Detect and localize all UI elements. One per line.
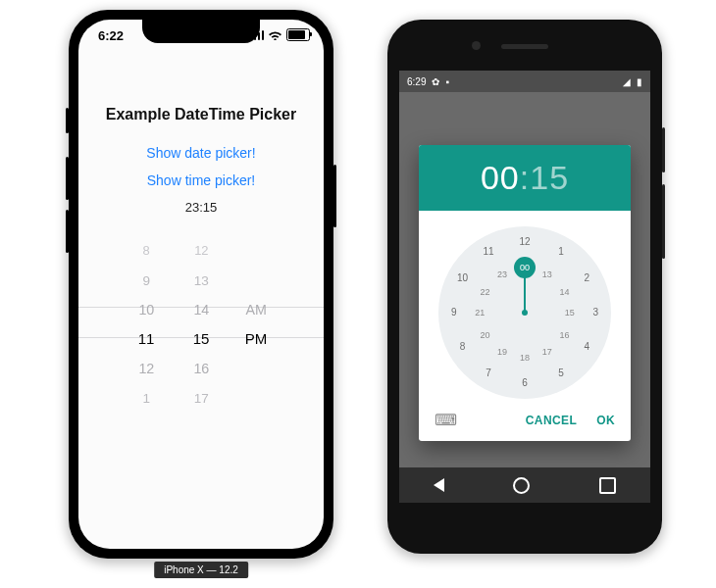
clock-tick[interactable]: 6 (516, 374, 534, 392)
volume-down-button (66, 210, 69, 253)
minute-option[interactable]: 12 (194, 238, 208, 264)
clock-tick[interactable]: 5 (552, 365, 570, 382)
clock-tick[interactable]: 10 (454, 270, 472, 287)
hour-option[interactable]: 10 (138, 296, 154, 324)
iphone-frame: 6:22 Example DateTime Picker Show date p… (69, 10, 333, 559)
clock-tick[interactable]: 9 (445, 304, 463, 321)
ios-time-picker[interactable]: 8 9 10 11 12 1 12 13 14 15 16 (78, 236, 324, 403)
clock-tick[interactable]: 8 (454, 338, 472, 356)
ok-button[interactable]: OK (596, 414, 615, 427)
minute-option-selected[interactable]: 15 (193, 324, 210, 354)
battery-icon (286, 28, 310, 41)
show-date-picker-button[interactable]: Show date picker! (78, 145, 324, 161)
battery-small-icon: ▪ (445, 76, 449, 87)
clock-selected-knob[interactable]: 00 (514, 257, 536, 278)
device-caption: iPhone X — 12.2 (154, 562, 248, 578)
show-time-picker-button[interactable]: Show time picker! (78, 172, 324, 188)
clock-tick[interactable]: 1 (552, 243, 570, 261)
keyboard-icon[interactable]: ⌨ (435, 411, 457, 429)
clock-tick-inner[interactable]: 22 (477, 283, 494, 301)
minute-option[interactable]: 17 (193, 385, 208, 412)
gear-icon: ✿ (432, 76, 439, 87)
minute-option[interactable]: 16 (193, 355, 209, 383)
ios-status-time: 6:22 (98, 28, 124, 43)
hour-option[interactable]: 12 (138, 355, 154, 383)
clock-tick-inner[interactable]: 16 (555, 326, 573, 344)
selected-time-display: 23:15 (78, 200, 324, 215)
clock-face[interactable]: 12 1 2 3 4 5 6 7 8 9 10 11 13 14 15 16 (438, 226, 611, 399)
page-title: Example DateTime Picker (78, 106, 324, 123)
hour-wheel[interactable]: 8 9 10 11 12 1 (126, 236, 167, 403)
ampm-wheel[interactable]: AM PM (235, 236, 277, 403)
dialog-actions: ⌨ CANCEL OK (419, 407, 631, 441)
android-screen: 6:29 ✿ ▪ ◢ ▮ 00:15 12 1 2 (399, 71, 650, 503)
android-status-bar: 6:29 ✿ ▪ ◢ ▮ (399, 71, 650, 92)
hour-option[interactable]: 8 (142, 238, 149, 264)
clock-tick[interactable]: 4 (578, 338, 595, 356)
volume-rocker (662, 184, 665, 259)
cancel-button[interactable]: CANCEL (526, 414, 577, 427)
clock-tick-inner[interactable]: 17 (538, 343, 556, 361)
clock-tick-inner[interactable]: 21 (471, 304, 488, 321)
clock-tick-inner[interactable]: 19 (493, 343, 511, 361)
android-frame: 6:29 ✿ ▪ ◢ ▮ 00:15 12 1 2 (387, 20, 662, 554)
clock-tick[interactable]: 11 (480, 243, 497, 261)
time-picker-header[interactable]: 00:15 (419, 145, 631, 211)
time-picker-dialog: 00:15 12 1 2 3 4 5 6 7 8 9 10 11 (419, 145, 631, 441)
clock-hub (522, 310, 528, 316)
nav-back-button[interactable] (434, 478, 444, 492)
clock-tick-inner[interactable]: 23 (493, 266, 511, 283)
header-minute[interactable]: 15 (530, 159, 569, 196)
hour-option-selected[interactable]: 11 (138, 324, 155, 354)
wifi-icon (268, 29, 282, 40)
ampm-option-selected[interactable]: PM (245, 324, 268, 354)
clock-tick-inner[interactable]: 15 (561, 304, 579, 321)
nav-recent-button[interactable] (599, 477, 616, 494)
minute-wheel[interactable]: 12 13 14 15 16 17 (180, 236, 222, 403)
clock-tick-inner[interactable]: 18 (516, 349, 534, 367)
android-nav-bar (399, 467, 650, 503)
clock-tick-inner[interactable]: 14 (555, 283, 573, 301)
header-hour[interactable]: 00 (481, 159, 520, 196)
speaker (501, 44, 548, 49)
clock-tick[interactable]: 7 (480, 365, 497, 382)
clock-tick[interactable]: 3 (587, 304, 604, 321)
hour-option[interactable]: 1 (142, 385, 150, 412)
power-button (662, 127, 665, 172)
signal-icon: ◢ (623, 76, 631, 87)
iphone-screen: 6:22 Example DateTime Picker Show date p… (78, 20, 324, 549)
minute-option[interactable]: 13 (193, 268, 208, 294)
iphone-notch (142, 20, 260, 43)
front-camera (472, 41, 481, 50)
clock-tick-inner[interactable]: 20 (477, 326, 494, 344)
battery-icon: ▮ (637, 76, 642, 87)
clock-tick[interactable]: 12 (516, 233, 534, 251)
hour-option[interactable]: 9 (142, 268, 150, 294)
android-status-time: 6:29 (407, 76, 426, 87)
clock-tick-inner[interactable]: 13 (538, 266, 556, 283)
side-button (333, 165, 336, 227)
volume-up-button (66, 157, 69, 200)
ampm-option[interactable]: AM (245, 296, 266, 324)
ios-content: Example DateTime Picker Show date picker… (78, 53, 324, 403)
minute-option[interactable]: 14 (193, 296, 209, 324)
nav-home-button[interactable] (513, 477, 530, 494)
mute-switch (66, 108, 69, 133)
clock-tick[interactable]: 2 (578, 270, 595, 287)
